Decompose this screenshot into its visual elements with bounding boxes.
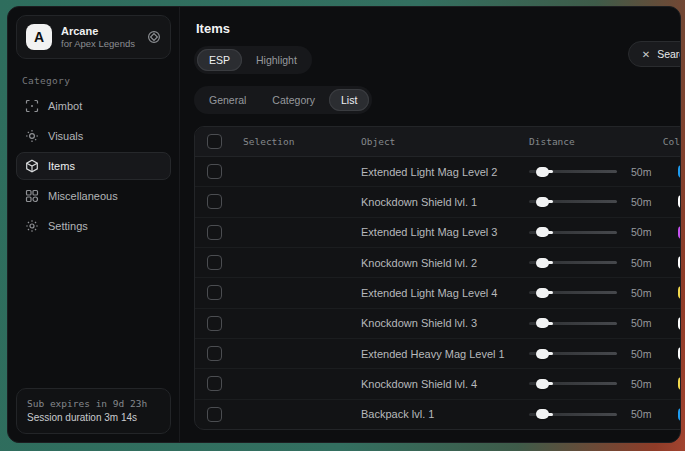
app-window: A Arcane for Apex Legends Category Aimbo… — [7, 6, 681, 443]
row-checkbox[interactable] — [207, 407, 222, 422]
slider-thumb[interactable] — [536, 197, 549, 207]
gear-icon — [25, 219, 39, 233]
sidebar: A Arcane for Apex Legends Category Aimbo… — [8, 7, 180, 442]
slider-thumb[interactable] — [536, 167, 549, 177]
table-row: Extended Light Mag Level 4 50m — [195, 278, 681, 308]
app-header-card: A Arcane for Apex Legends — [16, 15, 171, 59]
distance-slider[interactable] — [529, 261, 617, 264]
select-all-checkbox[interactable] — [207, 134, 222, 149]
distance-slider[interactable] — [529, 382, 617, 385]
table-row: Extended Light Mag Level 3 50m — [195, 218, 681, 248]
tab-list[interactable]: List — [329, 89, 369, 111]
app-logo: A — [26, 24, 52, 50]
slider-thumb[interactable] — [536, 318, 549, 328]
color-swatch[interactable] — [678, 347, 681, 360]
object-name: Knockdown Shield lvl. 1 — [361, 196, 529, 208]
items-table: Selection Object Distance Color Extended… — [194, 126, 681, 430]
row-checkbox[interactable] — [207, 225, 222, 240]
app-title: Arcane — [61, 25, 138, 38]
color-swatch[interactable] — [678, 408, 681, 421]
color-swatch[interactable] — [678, 317, 681, 330]
slider-thumb[interactable] — [536, 258, 549, 268]
sidebar-item-miscellaneous[interactable]: Miscellaneous — [16, 182, 171, 210]
table-row: Extended Light Mag Level 2 50m — [195, 157, 681, 187]
view-tabs: GeneralCategoryList — [194, 86, 372, 114]
distance-value: 50m — [631, 408, 651, 420]
row-checkbox[interactable] — [207, 316, 222, 331]
box-icon — [25, 159, 39, 173]
slider-thumb[interactable] — [536, 379, 549, 389]
x-icon: ✕ — [642, 49, 650, 60]
table-header-row: Selection Object Distance Color — [195, 127, 681, 157]
sidebar-item-label: Visuals — [48, 130, 83, 142]
table-body: Extended Light Mag Level 2 50m Knockdown… — [195, 157, 681, 429]
column-header-object: Object — [361, 136, 529, 147]
row-checkbox[interactable] — [207, 255, 222, 270]
grid-icon — [25, 189, 39, 203]
main-panel: Items ESPHighlight GeneralCategoryList ✕… — [180, 7, 681, 442]
table-row: Knockdown Shield lvl. 4 50m — [195, 369, 681, 399]
search-button[interactable]: ✕ Search — [628, 41, 681, 67]
row-checkbox[interactable] — [207, 194, 222, 209]
object-name: Knockdown Shield lvl. 3 — [361, 317, 529, 329]
app-subtitle: for Apex Legends — [61, 38, 138, 50]
scan-icon — [25, 129, 39, 143]
distance-value: 50m — [631, 166, 651, 178]
tab-esp[interactable]: ESP — [197, 49, 242, 71]
row-checkbox[interactable] — [207, 346, 222, 361]
tab-general[interactable]: General — [197, 89, 258, 111]
object-name: Knockdown Shield lvl. 4 — [361, 378, 529, 390]
object-name: Extended Light Mag Level 2 — [361, 166, 529, 178]
color-swatch[interactable] — [678, 286, 681, 299]
column-header-color: Color — [663, 136, 681, 147]
row-checkbox[interactable] — [207, 164, 222, 179]
distance-value: 50m — [631, 257, 651, 269]
distance-slider[interactable] — [529, 352, 617, 355]
tab-highlight[interactable]: Highlight — [244, 49, 309, 71]
sidebar-item-label: Settings — [48, 220, 88, 232]
compass-icon[interactable] — [147, 30, 161, 44]
column-header-distance: Distance — [529, 136, 651, 147]
tab-category[interactable]: Category — [260, 89, 327, 111]
object-name: Backpack lvl. 1 — [361, 408, 529, 420]
mode-tabs: ESPHighlight — [194, 46, 312, 74]
color-swatch[interactable] — [678, 165, 681, 178]
table-row: Knockdown Shield lvl. 3 50m — [195, 309, 681, 339]
sidebar-item-items[interactable]: Items — [16, 152, 171, 180]
object-name: Extended Light Mag Level 3 — [361, 226, 529, 238]
color-swatch[interactable] — [678, 377, 681, 390]
color-swatch[interactable] — [678, 195, 681, 208]
object-name: Extended Light Mag Level 4 — [361, 287, 529, 299]
distance-value: 50m — [631, 378, 651, 390]
row-checkbox[interactable] — [207, 376, 222, 391]
sidebar-item-visuals[interactable]: Visuals — [16, 122, 171, 150]
slider-thumb[interactable] — [536, 288, 549, 298]
distance-slider[interactable] — [529, 291, 617, 294]
sidebar-nav: AimbotVisualsItemsMiscellaneousSettings — [16, 92, 171, 240]
color-swatch[interactable] — [678, 226, 681, 239]
distance-value: 50m — [631, 287, 651, 299]
row-checkbox[interactable] — [207, 285, 222, 300]
page-title: Items — [196, 21, 681, 36]
session-duration-text: Session duration 3m 14s — [27, 411, 160, 425]
color-swatch[interactable] — [678, 256, 681, 269]
distance-value: 50m — [631, 317, 651, 329]
distance-slider[interactable] — [529, 200, 617, 203]
sub-expires-text: Sub expires in 9d 23h — [27, 397, 160, 411]
sidebar-item-label: Aimbot — [48, 100, 82, 112]
sidebar-item-settings[interactable]: Settings — [16, 212, 171, 240]
session-info-card: Sub expires in 9d 23h Session duration 3… — [16, 388, 171, 434]
slider-thumb[interactable] — [536, 227, 549, 237]
slider-thumb[interactable] — [536, 409, 549, 419]
sidebar-item-label: Miscellaneous — [48, 190, 118, 202]
slider-thumb[interactable] — [536, 349, 549, 359]
distance-slider[interactable] — [529, 170, 617, 173]
sidebar-item-aimbot[interactable]: Aimbot — [16, 92, 171, 120]
search-button-label: Search — [657, 48, 681, 60]
table-row: Knockdown Shield lvl. 2 50m — [195, 248, 681, 278]
distance-value: 50m — [631, 196, 651, 208]
distance-slider[interactable] — [529, 231, 617, 234]
distance-slider[interactable] — [529, 322, 617, 325]
distance-slider[interactable] — [529, 413, 617, 416]
object-name: Knockdown Shield lvl. 2 — [361, 257, 529, 269]
